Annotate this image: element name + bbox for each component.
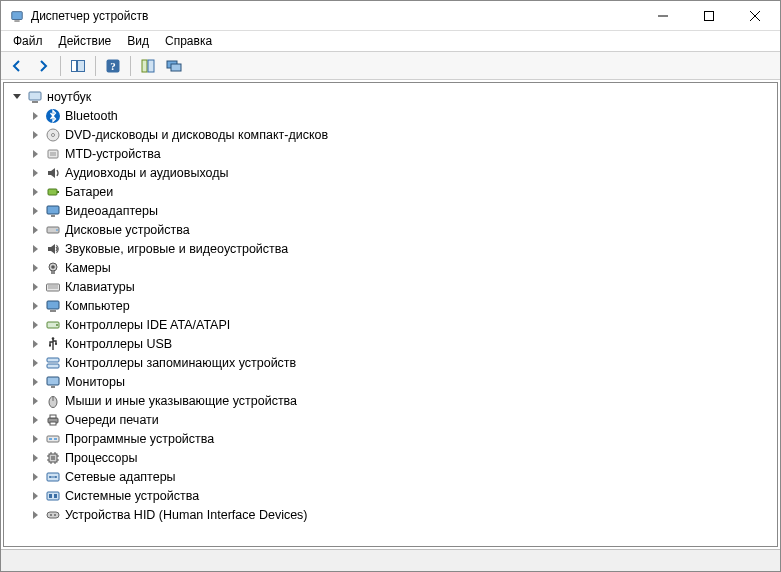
keyboard-icon: [45, 279, 61, 295]
svg-point-37: [52, 337, 55, 340]
tree-category-row[interactable]: Сетевые адаптеры: [6, 467, 775, 486]
tree-category-row[interactable]: Видеоадаптеры: [6, 201, 775, 220]
expand-collapse-icon[interactable]: [28, 242, 42, 256]
audio-icon: [45, 165, 61, 181]
tree-category-label: Контроллеры USB: [65, 337, 172, 351]
menu-help[interactable]: Справка: [157, 31, 220, 51]
svg-rect-66: [47, 492, 59, 500]
tree-category-row[interactable]: Системные устройства: [6, 486, 775, 505]
tree-category-row[interactable]: Дисковые устройства: [6, 220, 775, 239]
svg-rect-22: [57, 191, 59, 193]
device-tree-pane[interactable]: ноутбук BluetoothDVD-дисководы и дисково…: [3, 82, 778, 547]
expand-collapse-icon[interactable]: [10, 90, 24, 104]
svg-rect-29: [51, 271, 55, 274]
tree-root-row[interactable]: ноутбук: [6, 87, 775, 106]
tree-category-row[interactable]: Клавиатуры: [6, 277, 775, 296]
toolbar-monitors-button[interactable]: [162, 54, 186, 78]
expand-collapse-icon[interactable]: [28, 394, 42, 408]
expand-collapse-icon[interactable]: [28, 375, 42, 389]
maximize-button[interactable]: [686, 1, 732, 31]
expand-collapse-icon[interactable]: [28, 356, 42, 370]
expand-collapse-icon[interactable]: [28, 147, 42, 161]
expand-collapse-icon[interactable]: [28, 432, 42, 446]
tree-category-row[interactable]: Контроллеры IDE ATA/ATAPI: [6, 315, 775, 334]
tree-category-row[interactable]: DVD-дисководы и дисководы компакт-дисков: [6, 125, 775, 144]
expand-collapse-icon[interactable]: [28, 204, 42, 218]
svg-rect-21: [48, 189, 57, 195]
expand-collapse-icon[interactable]: [28, 261, 42, 275]
minimize-button[interactable]: [640, 1, 686, 31]
svg-point-18: [52, 133, 55, 136]
menu-view[interactable]: Вид: [119, 31, 157, 51]
tree-category-label: Сетевые адаптеры: [65, 470, 176, 484]
svg-rect-49: [47, 436, 59, 442]
expand-collapse-icon[interactable]: [28, 223, 42, 237]
svg-rect-51: [54, 438, 57, 440]
menu-view-label: Вид: [127, 34, 149, 48]
svg-rect-47: [50, 415, 56, 418]
tree-category-row[interactable]: Батареи: [6, 182, 775, 201]
tree-category-row[interactable]: Аудиовходы и аудиовыходы: [6, 163, 775, 182]
tree-category-label: Контроллеры запоминающих устройств: [65, 356, 296, 370]
expand-collapse-icon[interactable]: [28, 166, 42, 180]
toolbar-properties-button[interactable]: [136, 54, 160, 78]
statusbar: [1, 549, 780, 571]
expand-collapse-icon[interactable]: [28, 508, 42, 522]
tree-category-label: Контроллеры IDE ATA/ATAPI: [65, 318, 230, 332]
expand-collapse-icon[interactable]: [28, 299, 42, 313]
tree-category-label: Клавиатуры: [65, 280, 135, 294]
tree-category-label: Компьютер: [65, 299, 130, 313]
svg-rect-69: [47, 512, 59, 518]
expand-collapse-icon[interactable]: [28, 413, 42, 427]
tree-category-row[interactable]: Устройства HID (Human Interface Devices): [6, 505, 775, 524]
expand-collapse-icon[interactable]: [28, 185, 42, 199]
tree-category-label: Камеры: [65, 261, 111, 275]
usb-icon: [45, 336, 61, 352]
tree-category-row[interactable]: MTD-устройства: [6, 144, 775, 163]
expand-collapse-icon[interactable]: [28, 109, 42, 123]
expand-collapse-icon[interactable]: [28, 280, 42, 294]
tree-category-row[interactable]: Звуковые, игровые и видеоустройства: [6, 239, 775, 258]
toolbar-back-button[interactable]: [5, 54, 29, 78]
tree-category-row[interactable]: Контроллеры запоминающих устройств: [6, 353, 775, 372]
tree-category-row[interactable]: Очереди печати: [6, 410, 775, 429]
expand-collapse-icon[interactable]: [28, 337, 42, 351]
toolbar-help-button[interactable]: ?: [101, 54, 125, 78]
tree-category-row[interactable]: Мониторы: [6, 372, 775, 391]
expand-collapse-icon[interactable]: [28, 128, 42, 142]
svg-rect-43: [51, 386, 55, 388]
tree-category-label: Мыши и иные указывающие устройства: [65, 394, 297, 408]
toolbar-show-hide-button[interactable]: [66, 54, 90, 78]
expand-collapse-icon[interactable]: [28, 489, 42, 503]
tree-category-row[interactable]: Bluetooth: [6, 106, 775, 125]
tree-category-row[interactable]: Компьютер: [6, 296, 775, 315]
network-icon: [45, 469, 61, 485]
svg-point-71: [54, 514, 56, 516]
toolbar-forward-button[interactable]: [31, 54, 55, 78]
tree-category-row[interactable]: Мыши и иные указывающие устройства: [6, 391, 775, 410]
ide-icon: [45, 317, 61, 333]
svg-point-70: [50, 514, 52, 516]
close-button[interactable]: [732, 1, 778, 31]
battery-icon: [45, 184, 61, 200]
cpu-icon: [45, 450, 61, 466]
svg-rect-53: [51, 456, 55, 460]
tree-category-row[interactable]: Процессоры: [6, 448, 775, 467]
svg-rect-15: [32, 101, 38, 103]
tree-category-row[interactable]: Программные устройства: [6, 429, 775, 448]
svg-rect-67: [49, 494, 52, 498]
expand-collapse-icon[interactable]: [28, 318, 42, 332]
tree-category-label: Устройства HID (Human Interface Devices): [65, 508, 308, 522]
menu-file-label: Файл: [13, 34, 43, 48]
menubar: Файл Действие Вид Справка: [1, 31, 780, 52]
tree-category-row[interactable]: Камеры: [6, 258, 775, 277]
expand-collapse-icon[interactable]: [28, 470, 42, 484]
monitors-icon: [166, 58, 182, 74]
svg-rect-13: [171, 64, 181, 71]
display-icon: [45, 203, 61, 219]
expand-collapse-icon[interactable]: [28, 451, 42, 465]
tree-category-row[interactable]: Контроллеры USB: [6, 334, 775, 353]
tree-category-label: Дисковые устройства: [65, 223, 190, 237]
menu-action[interactable]: Действие: [51, 31, 120, 51]
menu-file[interactable]: Файл: [5, 31, 51, 51]
